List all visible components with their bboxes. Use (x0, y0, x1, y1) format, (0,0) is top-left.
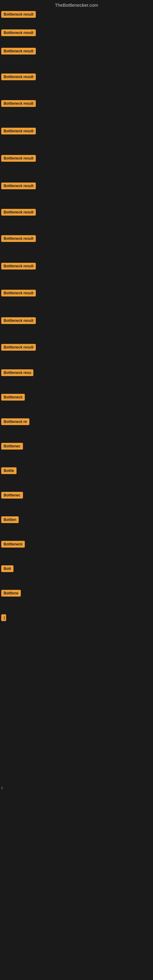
bottleneck-badge[interactable]: Bottleneck result (1, 235, 36, 242)
bottleneck-badge[interactable]: Bottleneck result (1, 155, 36, 162)
bottleneck-item: Bottleneck result (1, 128, 36, 136)
bottleneck-badge[interactable]: Bottleneck result (1, 344, 36, 351)
site-title-container: TheBottlenecker.com (0, 0, 153, 11)
bottleneck-item: Bottleneck (1, 541, 25, 549)
bottleneck-badge[interactable]: Bottleneck result (1, 11, 36, 18)
bottleneck-item: | (1, 614, 6, 622)
bottleneck-item: Bottleneck result (1, 317, 36, 325)
bottleneck-badge[interactable]: Bottleneck result (1, 29, 36, 36)
bottleneck-badge[interactable]: Bottlenec (1, 443, 23, 450)
bottleneck-item: Bottleneck result (1, 29, 36, 37)
bottleneck-item: Bottlenec (1, 443, 23, 451)
bottleneck-item: Bottleneck result (1, 155, 36, 163)
bottleneck-item: Bottleneck result (1, 11, 36, 19)
bottleneck-item: Bottleneck result (1, 183, 36, 191)
bottleneck-item: Bottleneck re (1, 418, 29, 426)
bottleneck-badge[interactable]: Bottleneck re (1, 418, 29, 425)
bottleneck-badge[interactable]: Bottleneck result (1, 100, 36, 107)
bottleneck-badge[interactable]: Bottlen (1, 516, 19, 523)
site-title: TheBottlenecker.com (55, 2, 98, 8)
bottleneck-badge[interactable]: Bottlenec (1, 492, 23, 499)
small-c-label: c (1, 786, 3, 790)
bottleneck-item: Bottleneck result (1, 48, 36, 56)
bottleneck-badge[interactable]: Bottleneck result (1, 263, 36, 269)
bottleneck-item: Bottleneck result (1, 235, 36, 243)
bottleneck-badge[interactable]: Bottle (1, 467, 16, 474)
items-container: Bottleneck resultBottleneck resultBottle… (0, 11, 153, 930)
bottleneck-item: Bottleneck result (1, 344, 36, 352)
bottleneck-badge[interactable]: Bott (1, 565, 13, 572)
bottleneck-item: Bottleneck resu (1, 369, 33, 377)
bottleneck-badge[interactable]: Bottleneck (1, 541, 25, 547)
bottleneck-badge[interactable]: Bottleneck result (1, 128, 36, 134)
bottleneck-item: Bottleneck (1, 394, 25, 402)
bottleneck-item: Bottlen (1, 516, 19, 524)
bottleneck-badge[interactable]: Bottleneck result (1, 317, 36, 324)
bottleneck-item: Bottleneck result (1, 290, 36, 298)
bottleneck-item: Bott (1, 565, 13, 573)
bottleneck-badge[interactable]: Bottleneck result (1, 290, 36, 296)
bottleneck-item: Bottleneck result (1, 209, 36, 217)
bottleneck-item: Bottleneck result (1, 263, 36, 271)
bottleneck-badge[interactable]: Bottleneck resu (1, 369, 33, 376)
bottleneck-badge[interactable]: Bottleneck result (1, 183, 36, 189)
bottleneck-item: Bottleneck result (1, 73, 36, 81)
bottleneck-item: Bottleneck result (1, 100, 36, 108)
bottleneck-item: Bottlenec (1, 492, 23, 500)
bottleneck-badge[interactable]: Bottleneck result (1, 73, 36, 80)
bottleneck-badge[interactable]: | (1, 614, 6, 621)
bottleneck-badge[interactable]: Bottleneck result (1, 48, 36, 54)
bottleneck-item: Bottlene (1, 590, 21, 598)
bottleneck-badge[interactable]: Bottleneck (1, 394, 25, 401)
bottleneck-badge[interactable]: Bottleneck result (1, 209, 36, 216)
bottleneck-badge[interactable]: Bottlene (1, 590, 21, 597)
bottleneck-item: Bottle (1, 467, 16, 475)
